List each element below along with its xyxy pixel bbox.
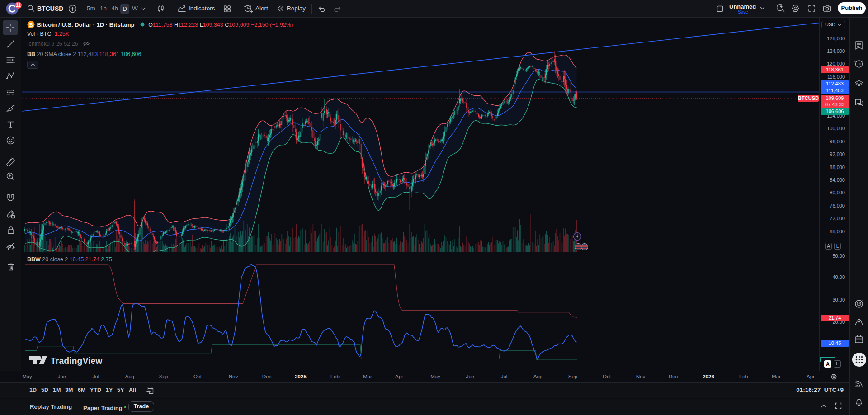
svg-text:TradingView: TradingView [51, 356, 103, 366]
svg-text:₿: ₿ [29, 22, 33, 28]
svg-text:11: 11 [16, 3, 21, 8]
